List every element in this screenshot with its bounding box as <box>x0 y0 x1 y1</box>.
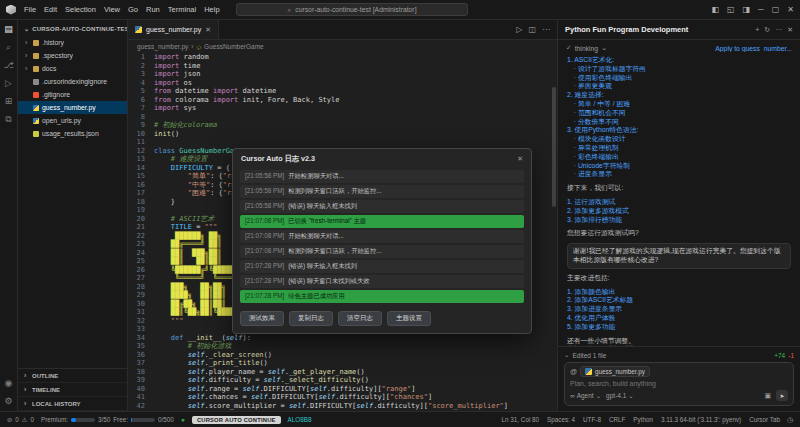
chat-block: 还有一些小细节调整。您想看代码的详细对比吗? <box>567 337 791 346</box>
tab-guess-number[interactable]: guess_number.py ✕ <box>128 20 219 39</box>
tree-item--gitignore[interactable]: .gitignore <box>18 88 127 101</box>
more-actions-icon[interactable]: ⋯ <box>542 25 550 34</box>
panel-label: OUTLINE <box>32 373 58 379</box>
source-control-icon[interactable]: ⎇ <box>3 61 13 70</box>
breadcrumb-symbol[interactable]: GuessNumberGame <box>204 43 264 50</box>
explorer-root-header[interactable]: ⌄ CURSOR-AUTO-CONTINUE-TEST <box>18 20 127 36</box>
log-entry: [21:07:28 PM]绿色主题已成功应用 <box>240 290 524 303</box>
usage-indicator[interactable]: Premium: 3/50 Free: 0/500 <box>41 416 174 423</box>
tree-item-docs[interactable]: ›docs <box>18 62 127 75</box>
send-button[interactable]: ➤ <box>776 390 788 401</box>
chevron-right-icon: › <box>25 39 30 46</box>
minimize-icon[interactable]: ─ <box>758 5 764 14</box>
panel-local-history[interactable]: ›LOCAL HISTORY <box>18 397 127 411</box>
status-item[interactable]: CRLF <box>609 416 625 423</box>
menu-view[interactable]: View <box>104 5 120 14</box>
status-item[interactable]: 3.11.3 64-bit ('3.11.3': pyenv) <box>661 416 741 423</box>
settings-gear-icon[interactable]: ⚙ <box>4 397 12 406</box>
log-list: [21:05:58 PM]开始检测聊天对话...[21:05:58 PM]检测到… <box>233 167 531 307</box>
menu-selection[interactable]: Selection <box>65 5 96 14</box>
close-window-icon[interactable]: ✕ <box>787 5 794 14</box>
edited-files-row[interactable]: ⌄ Edited 1 file +74 -1 <box>564 351 794 359</box>
dialog-close-icon[interactable]: ✕ <box>517 155 523 163</box>
status-item[interactable]: Python <box>633 416 653 423</box>
more-icon[interactable]: ⋯ <box>775 26 782 34</box>
folder-icon <box>33 53 39 59</box>
menu-file[interactable]: File <box>24 5 36 14</box>
breadcrumb[interactable]: guess_number.py › ◇ GuessNumberGame <box>128 40 557 53</box>
run-debug-icon[interactable]: ▷ <box>5 79 12 88</box>
new-chat-icon[interactable]: + <box>755 26 759 34</box>
split-editor-icon[interactable]: ◫ <box>528 25 536 34</box>
log-message: (错误) 聊天窗口未找到或失效 <box>288 277 370 286</box>
log-message: 已切换 "fresh-terminal" 主题 <box>288 217 366 226</box>
problems-indicator[interactable]: ⊘ 0 ⚠ 0 <box>7 416 34 423</box>
panel-timeline[interactable]: ›TIMELINE <box>18 383 127 397</box>
remote-explorer-icon[interactable]: ⧉ <box>5 115 11 124</box>
code-text: TITLE = """ <box>154 223 217 232</box>
panel-outline[interactable]: ›OUTLINE <box>18 369 127 383</box>
model-selector[interactable]: gpt-4.1 ⌄ <box>606 392 634 400</box>
line-number: 2 <box>128 62 154 71</box>
cursor-auto-continue-toggle[interactable]: CURSOR AUTO CONTINUE <box>192 416 281 424</box>
tree-item-guess-number-py[interactable]: guess_number.py <box>18 101 127 114</box>
maximize-icon[interactable]: ▢ <box>772 5 780 14</box>
modal-button-测试效果[interactable]: 测试效果 <box>240 311 284 326</box>
tree-item-open-urls-py[interactable]: open_urls.py <box>18 114 127 127</box>
context-chip[interactable]: guess_number.py <box>580 366 650 377</box>
status-item[interactable]: Spaces: 4 <box>547 416 575 423</box>
code-text: import random <box>154 53 209 62</box>
run-button[interactable]: ▷ <box>516 25 522 34</box>
close-icon[interactable]: ✕ <box>787 26 793 34</box>
modal-button-复制日志[interactable]: 复制日志 <box>289 311 333 326</box>
chat-block: 您想要运行游戏测试吗? <box>567 229 791 238</box>
menu-help[interactable]: Help <box>204 5 219 14</box>
chevron-right-icon: › <box>24 386 29 393</box>
modal-button-清空日志[interactable]: 清空日志 <box>338 311 382 326</box>
toggle-secondary-sidebar-icon[interactable]: ◨ <box>743 5 751 14</box>
tab-close-icon[interactable]: ✕ <box>205 26 211 34</box>
log-timestamp: [21:07:28 PM] <box>245 277 284 286</box>
status-item[interactable]: UTF-8 <box>583 416 601 423</box>
add-context-icon[interactable]: @ <box>570 368 577 375</box>
toggle-sidebar-icon[interactable]: ◧ <box>711 5 719 14</box>
status-tag[interactable]: ALO8B8 <box>288 416 312 423</box>
modal-button-主题设置[interactable]: 主题设置 <box>387 311 431 326</box>
log-timestamp: [21:07:08 PM] <box>245 247 284 256</box>
editor-scrollbar[interactable] <box>552 87 556 409</box>
image-icon[interactable]: ▣ <box>764 392 771 400</box>
toggle-panel-icon[interactable]: ◱ <box>727 5 735 14</box>
line-number: 28 <box>128 283 154 292</box>
log-message: 检测到聊天窗口活跃，开始监控... <box>288 187 381 196</box>
status-item[interactable]: Ln 31, Col 80 <box>502 416 539 423</box>
status-item[interactable]: Cursor Tab <box>749 416 780 423</box>
menu-terminal[interactable]: Terminal <box>168 5 196 14</box>
thinking-row[interactable]: ✓ thinking ⌄ Apply to guess_number... <box>558 40 800 54</box>
account-icon[interactable]: ◉ <box>5 379 13 388</box>
dialog-footer: 测试效果复制日志清空日志主题设置 <box>233 307 531 333</box>
menu-edit[interactable]: Edit <box>44 5 57 14</box>
menu-run[interactable]: Run <box>146 5 160 14</box>
menu-go[interactable]: Go <box>128 5 138 14</box>
code-line: 4import os <box>128 79 557 88</box>
explorer-icon[interactable]: ▤ <box>4 25 13 34</box>
search-icon[interactable]: ⌕ <box>6 43 11 52</box>
chat-input[interactable]: @ guess_number.py Plan, search, build an… <box>564 362 794 406</box>
dialog-header[interactable]: Cursor Auto 日志 v2.3 ✕ <box>233 149 531 167</box>
history-icon[interactable]: ↻ <box>764 26 770 34</box>
apply-button[interactable]: Apply to guess_number... <box>715 45 792 52</box>
breadcrumb-file[interactable]: guess_number.py <box>137 43 188 50</box>
tree-item--specstory[interactable]: ›.specstory <box>18 49 127 62</box>
premium-usage-bar <box>71 418 95 422</box>
json-file-icon <box>33 131 39 137</box>
code-line: 35 # 初始化游戏 <box>128 342 557 351</box>
tree-item--cursorindexingignore[interactable]: .cursorindexingignore <box>18 75 127 88</box>
log-message: 开始检测聊天对话... <box>288 172 344 181</box>
agent-mode-selector[interactable]: ∞ Agent ⌄ <box>570 392 601 400</box>
extensions-icon[interactable]: ⊞ <box>5 97 13 106</box>
notifications-bell-icon[interactable]: ◷ <box>787 416 793 424</box>
command-center-search[interactable]: ⌕ cursor-auto-continue-test [Administrat… <box>236 3 468 16</box>
py-file-icon <box>33 118 39 124</box>
tree-item-usage-results-json[interactable]: usage_results.json <box>18 127 127 140</box>
tree-item--history[interactable]: ›.history <box>18 36 127 49</box>
